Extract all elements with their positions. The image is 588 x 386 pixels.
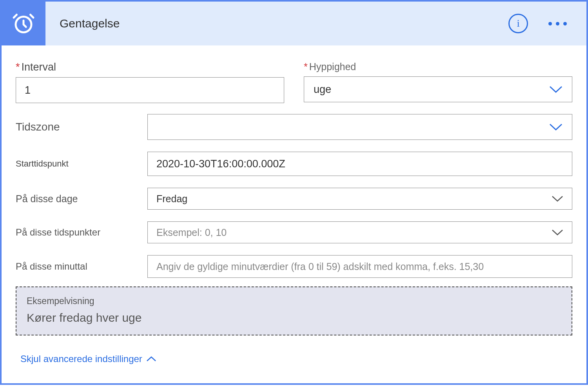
days-select[interactable]: Fredag [147,188,572,210]
timezone-label: Tidszone [16,121,147,133]
starttime-label: Starttidspunkt [16,159,147,169]
starttime-input[interactable] [147,152,572,176]
chevron-down-icon [552,229,563,236]
interval-frequency-row: *Interval *Hyppighed uge [16,61,572,103]
preview-label: Eksempelvisning [27,296,561,306]
frequency-select[interactable]: uge [304,76,572,102]
more-menu-icon[interactable] [545,19,570,29]
hours-label: På disse tidspunkter [16,227,147,238]
frequency-value: uge [314,83,331,96]
days-row: På disse dage Fredag [16,188,572,210]
interval-label: *Interval [16,61,284,73]
timezone-select[interactable] [147,114,572,140]
hours-row: På disse tidspunkter Eksempel: 0, 10 [16,221,572,243]
hours-select[interactable]: Eksempel: 0, 10 [147,221,572,243]
hide-advanced-label: Skjul avancerede indstillinger [20,353,142,364]
minutes-row: På disse minuttal [16,255,572,278]
timezone-row: Tidszone [16,114,572,140]
info-icon[interactable]: i [508,14,528,33]
preview-box: Eksempelvisning Kører fredag hver uge [16,286,572,335]
interval-input[interactable] [16,77,284,103]
days-label: På disse dage [16,193,147,205]
chevron-down-icon [552,195,563,202]
hide-advanced-toggle[interactable]: Skjul avancerede indstillinger [16,353,156,372]
days-value: Fredag [156,193,187,205]
clock-alarm-icon [12,12,35,35]
recurrence-icon-box [2,2,45,45]
chevron-up-icon [146,356,156,362]
hours-placeholder: Eksempel: 0, 10 [156,227,227,238]
minutes-input[interactable] [147,255,572,278]
frequency-group: *Hyppighed uge [304,61,572,103]
frequency-label: *Hyppighed [304,61,572,72]
interval-group: *Interval [16,61,284,103]
recurrence-card: Gentagelse i *Interval *Hyppighed uge T [0,0,588,385]
chevron-down-icon [549,85,563,93]
header-actions: i [508,14,586,33]
card-title: Gentagelse [45,17,508,30]
card-body: *Interval *Hyppighed uge Tidszone S [2,45,586,383]
minutes-label: På disse minuttal [16,261,147,272]
preview-text: Kører fredag hver uge [27,311,561,324]
starttime-row: Starttidspunkt [16,152,572,176]
card-header: Gentagelse i [2,2,586,45]
chevron-down-icon [549,123,563,131]
